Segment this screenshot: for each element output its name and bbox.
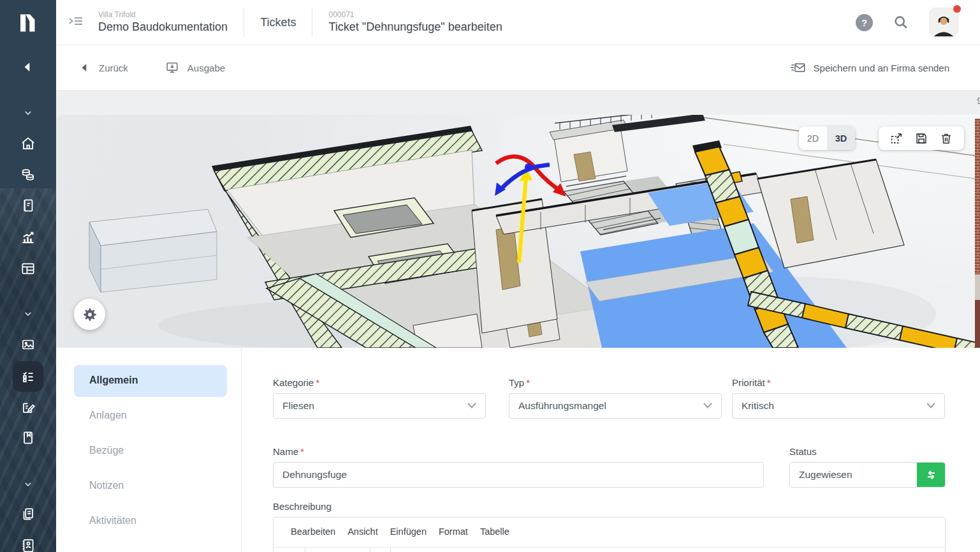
handbook-bookmark-icon: [20, 429, 36, 446]
project-label: Villa Trifold: [98, 10, 228, 20]
editor-toolbar-separator: [390, 548, 391, 552]
document-copies-icon: [20, 506, 36, 523]
report-chart-icon: [20, 229, 36, 246]
output-button[interactable]: Ausgabe: [165, 61, 225, 75]
app-logo[interactable]: [0, 0, 56, 45]
breadcrumb-project[interactable]: Villa Trifold Demo Baudokumentation: [98, 10, 228, 34]
chevron-down-icon: [22, 478, 34, 491]
tab-anlagen[interactable]: Anlagen: [89, 410, 127, 421]
change-status-button[interactable]: [917, 463, 945, 487]
typ-label: Typ*: [509, 377, 530, 388]
photos-icon: [20, 336, 36, 353]
tab-allgemein[interactable]: Allgemein: [89, 375, 138, 386]
chevron-down-icon: [22, 107, 34, 119]
required-marker: *: [300, 446, 304, 457]
prioritaet-label: Priorität*: [732, 377, 771, 388]
sidebar-group-toggle-3[interactable]: [0, 470, 56, 498]
sidebar-back-button[interactable]: [0, 53, 56, 81]
kategorie-select[interactable]: Fliesen: [273, 393, 486, 419]
search-icon[interactable]: [892, 13, 910, 31]
editor-menubar-divider: [274, 547, 945, 548]
menu-bearbeiten[interactable]: Bearbeiten: [291, 526, 335, 537]
bim-3d-canvas[interactable]: 2D 3D: [56, 115, 980, 348]
send-mail-icon: [791, 61, 806, 74]
prioritaet-select[interactable]: Kritisch: [732, 393, 945, 419]
toggle-2d-button[interactable]: 2D: [799, 126, 827, 150]
tab-notizen[interactable]: Notizen: [89, 480, 124, 491]
menu-format[interactable]: Format: [439, 526, 468, 537]
status-value: Zugewiesen: [790, 463, 917, 487]
beschreibung-editor[interactable]: Bearbeiten Ansicht Einfügen Format Tabel…: [273, 517, 946, 552]
back-label: Zurück: [99, 63, 128, 73]
tab-bezuege[interactable]: Bezüge: [89, 445, 124, 456]
menu-ansicht[interactable]: Ansicht: [347, 526, 378, 537]
viewer-tools: [879, 126, 964, 150]
chevron-down-icon: [467, 403, 476, 408]
user-avatar[interactable]: [929, 8, 958, 37]
menu-tabelle[interactable]: Tabelle: [480, 526, 509, 537]
required-marker: *: [526, 377, 530, 388]
sidebar-group-toggle-2[interactable]: [0, 300, 56, 328]
subnav-divider: [241, 348, 242, 552]
typ-value: Ausführungsmangel: [518, 400, 606, 412]
editor-toolbar-separator: [370, 548, 370, 552]
avatar-person-icon: [930, 8, 958, 36]
app-window: Villa Trifold Demo Baudokumentation Tick…: [0, 0, 980, 552]
sidebar-item-notes[interactable]: [0, 393, 56, 421]
gear-icon: [82, 306, 98, 323]
toggle-3d-button[interactable]: 3D: [827, 126, 855, 150]
sidebar-item-copies[interactable]: [0, 500, 56, 528]
prioritaet-value: Kritisch: [742, 400, 774, 412]
tab-aktivitaeten[interactable]: Aktivitäten: [89, 515, 136, 526]
avatar-image: [929, 8, 958, 37]
typ-select[interactable]: Ausführungsmangel: [509, 393, 722, 419]
ticket-number: 000071: [328, 10, 502, 20]
clipped-edge-text: 9: [977, 96, 980, 106]
view-mode-toggle: 2D 3D: [799, 126, 855, 150]
name-input[interactable]: [273, 462, 764, 488]
sidebar-item-photos[interactable]: [0, 331, 56, 359]
breadcrumb-ticket: 000071 Ticket "Dehnungsfuge" bearbeiten: [328, 10, 502, 34]
header-divider: [312, 8, 312, 37]
sidebar-item-home[interactable]: [0, 130, 56, 158]
status-label: Status: [789, 446, 817, 457]
sidebar-item-documentation[interactable]: [0, 191, 56, 220]
model-viewer-section: 9: [56, 91, 980, 348]
chevron-down-icon: [926, 403, 935, 408]
header-divider: [244, 8, 244, 37]
sidebar-item-reports[interactable]: [0, 223, 56, 251]
expand-viewer-icon[interactable]: [889, 131, 903, 145]
required-marker: *: [767, 377, 771, 388]
back-button[interactable]: Zurück: [79, 62, 128, 73]
back-arrow-icon: [21, 60, 35, 74]
menu-einfuegen[interactable]: Einfügen: [390, 526, 427, 537]
save-send-button[interactable]: Speichern und an Firma senden: [791, 61, 949, 74]
home-icon: [20, 135, 36, 152]
status-field: Zugewiesen: [789, 462, 946, 488]
chevron-down-icon: [703, 403, 712, 408]
output-monitor-icon: [165, 61, 179, 75]
delete-view-icon[interactable]: [939, 131, 953, 145]
project-name: Demo Baudokumentation: [98, 20, 228, 34]
sidebar-item-handbook[interactable]: [0, 424, 56, 452]
sidebar-item-finance[interactable]: [0, 160, 56, 188]
back-triangle-icon: [79, 62, 91, 73]
notification-dot: [953, 5, 961, 13]
beschreibung-label: Beschreibung: [273, 501, 332, 512]
sidebar-item-tables[interactable]: [0, 255, 56, 283]
sidebar-collapse-button[interactable]: [68, 14, 84, 31]
ticket-checklist-icon: [20, 368, 36, 385]
top-header: Villa Trifold Demo Baudokumentation Tick…: [56, 0, 980, 45]
nevaris-logo-icon: [17, 11, 40, 34]
save-view-icon[interactable]: [914, 131, 928, 145]
sidebar-item-tickets-active[interactable]: [13, 361, 43, 392]
help-button[interactable]: ?: [856, 14, 873, 31]
main-sidebar: [0, 0, 56, 552]
page-title: Ticket "Dehnungsfuge" bearbeiten: [328, 20, 502, 34]
sidebar-item-contacts[interactable]: [0, 531, 56, 552]
sidebar-group-toggle-1[interactable]: [0, 99, 56, 127]
action-toolbar: Zurück Ausgabe Speichern und an Firma se…: [56, 45, 980, 91]
breadcrumb-tickets[interactable]: Tickets: [260, 16, 296, 29]
data-table-icon: [20, 260, 36, 277]
viewer-settings-button[interactable]: [74, 299, 105, 330]
